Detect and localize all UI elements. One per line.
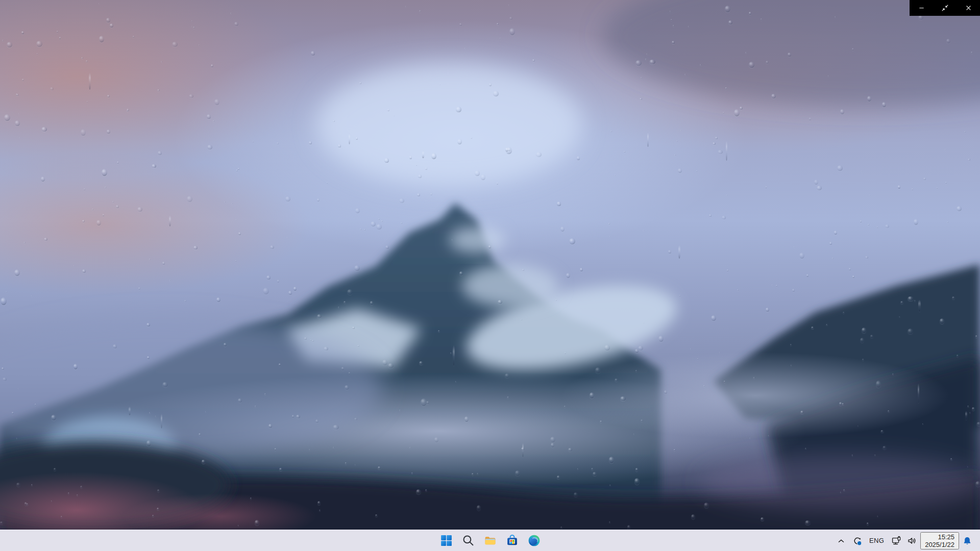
minimize-button[interactable] (910, 0, 933, 16)
sync-tray-button[interactable] (849, 532, 865, 549)
taskbar: ENG 15:25 2025/1/22 (0, 530, 980, 551)
file-explorer-button[interactable] (480, 532, 500, 550)
mountain-wallpaper-art (0, 0, 980, 551)
exit-fullscreen-button[interactable] (933, 0, 957, 16)
ethernet-icon (891, 536, 901, 546)
system-tray: ENG 15:25 2025/1/22 (834, 530, 980, 551)
tray-date: 2025/1/22 (925, 541, 954, 548)
language-indicator[interactable]: ENG (865, 532, 888, 549)
tray-time: 15:25 (938, 533, 954, 541)
microsoft-edge-button[interactable] (524, 532, 544, 550)
microsoft-edge-icon (528, 534, 541, 547)
remote-session-toolbar (910, 0, 980, 16)
exit-fullscreen-icon (941, 4, 949, 12)
sync-icon (852, 536, 862, 546)
search-button[interactable] (458, 532, 478, 550)
start-button[interactable] (436, 532, 456, 550)
clock[interactable]: 15:25 2025/1/22 (920, 532, 959, 549)
show-hidden-icons-button[interactable] (834, 532, 849, 549)
desktop: ENG 15:25 2025/1/22 (0, 0, 980, 551)
file-explorer-icon (484, 534, 497, 547)
search-icon (462, 534, 475, 547)
volume-icon (907, 536, 917, 546)
notification-center-button[interactable] (960, 532, 975, 549)
minimize-icon (918, 4, 925, 12)
microsoft-store-button[interactable] (502, 532, 522, 550)
desktop-wallpaper (0, 0, 980, 551)
close-icon (965, 4, 972, 12)
network-tray-button[interactable] (889, 532, 904, 549)
chevron-up-icon (836, 536, 846, 546)
taskbar-center-icons (436, 530, 544, 551)
close-button[interactable] (957, 0, 980, 16)
notification-bell-icon (962, 536, 972, 546)
volume-tray-button[interactable] (904, 532, 920, 549)
windows-start-icon (440, 534, 453, 547)
microsoft-store-icon (506, 534, 519, 547)
